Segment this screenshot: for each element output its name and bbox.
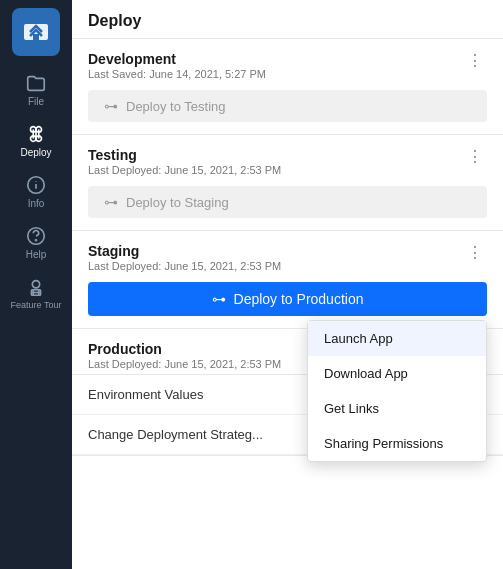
- env-info-staging: Staging Last Deployed: June 15, 2021, 2:…: [88, 243, 281, 272]
- env-info-testing: Testing Last Deployed: June 15, 2021, 2:…: [88, 147, 281, 176]
- env-info-development: Development Last Saved: June 14, 2021, 5…: [88, 51, 266, 80]
- chain-icon-staging: ⊶: [104, 194, 118, 210]
- sidebar-item-file[interactable]: File: [0, 64, 72, 115]
- app-logo: [12, 8, 60, 56]
- sidebar-item-feature-tour-label: Feature Tour: [11, 300, 62, 310]
- env-name-testing: Testing: [88, 147, 281, 163]
- env-section-staging: Staging Last Deployed: June 15, 2021, 2:…: [72, 231, 503, 329]
- context-menu-launch-app[interactable]: Launch App: [308, 321, 486, 356]
- env-name-staging: Staging: [88, 243, 281, 259]
- svg-point-14: [32, 281, 39, 288]
- sidebar-item-info-label: Info: [28, 198, 45, 209]
- deploy-panel: Development Last Saved: June 14, 2021, 5…: [72, 39, 503, 569]
- panel-header: Deploy: [72, 0, 503, 39]
- sidebar-item-help[interactable]: Help: [0, 217, 72, 268]
- context-menu-sharing-permissions[interactable]: Sharing Permissions: [308, 426, 486, 461]
- main-panel: Deploy Development Last Saved: June 14, …: [72, 0, 503, 569]
- sidebar-item-help-label: Help: [26, 249, 47, 260]
- chain-icon-production: ⊶: [212, 291, 226, 307]
- chain-icon-testing: ⊶: [104, 98, 118, 114]
- deploy-to-testing-label: Deploy to Testing: [126, 99, 226, 114]
- env-date-development: Last Saved: June 14, 2021, 5:27 PM: [88, 68, 266, 80]
- deploy-to-staging-label: Deploy to Staging: [126, 195, 229, 210]
- svg-rect-1: [33, 34, 39, 40]
- env-section-testing: Testing Last Deployed: June 15, 2021, 2:…: [72, 135, 503, 231]
- env-name-development: Development: [88, 51, 266, 67]
- env-menu-staging[interactable]: ⋮: [463, 243, 487, 263]
- sidebar-item-deploy-label: Deploy: [20, 147, 51, 158]
- env-date-staging: Last Deployed: June 15, 2021, 2:53 PM: [88, 260, 281, 272]
- env-date-testing: Last Deployed: June 15, 2021, 2:53 PM: [88, 164, 281, 176]
- panel-title: Deploy: [88, 12, 141, 29]
- env-menu-testing[interactable]: ⋮: [463, 147, 487, 167]
- context-menu-download-app[interactable]: Download App: [308, 356, 486, 391]
- env-info-production: Production Last Deployed: June 15, 2021,…: [88, 341, 281, 370]
- sidebar: File Deploy Info Help: [0, 0, 72, 569]
- context-menu-get-links[interactable]: Get Links: [308, 391, 486, 426]
- sidebar-item-info[interactable]: Info: [0, 166, 72, 217]
- env-name-production: Production: [88, 341, 281, 357]
- context-menu: Launch App Download App Get Links Sharin…: [307, 320, 487, 462]
- env-section-development: Development Last Saved: June 14, 2021, 5…: [72, 39, 503, 135]
- sidebar-item-file-label: File: [28, 96, 44, 107]
- deploy-to-production-label: Deploy to Production: [234, 291, 364, 307]
- env-menu-development[interactable]: ⋮: [463, 51, 487, 71]
- env-date-production: Last Deployed: June 15, 2021, 2:53 PM: [88, 358, 281, 370]
- deploy-to-staging-button[interactable]: ⊶ Deploy to Staging: [88, 186, 487, 218]
- sidebar-item-feature-tour[interactable]: Feature Tour: [0, 268, 72, 318]
- deploy-to-testing-button[interactable]: ⊶ Deploy to Testing: [88, 90, 487, 122]
- sidebar-item-deploy[interactable]: Deploy: [0, 115, 72, 166]
- svg-point-13: [35, 240, 36, 241]
- deploy-to-production-button[interactable]: ⊶ Deploy to Production: [88, 282, 487, 316]
